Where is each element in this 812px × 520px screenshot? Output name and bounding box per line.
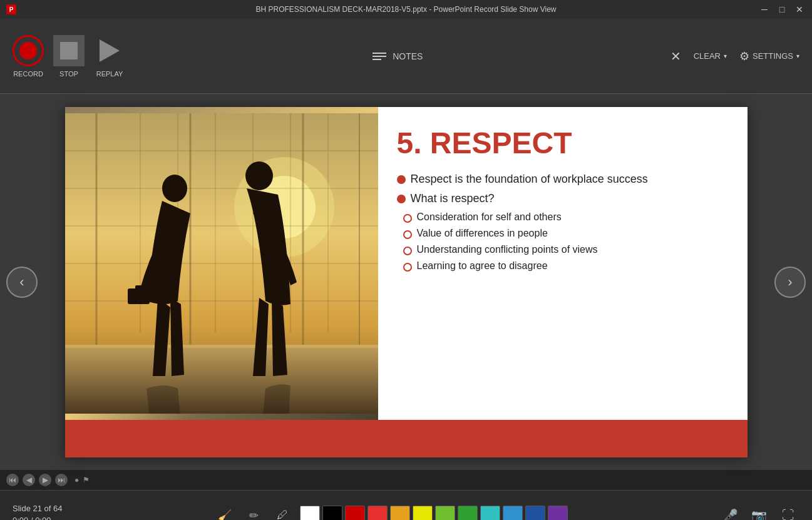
slide-info: Slide 21 of 64 0:00 / 0:00 (13, 504, 63, 521)
sub-bullet-3: Understanding conflicting points of view… (403, 244, 729, 255)
drawing-tools: 🧹 ✏ 🖊 (213, 504, 568, 521)
slide-flag: ⚑ (83, 476, 90, 484)
clear-label: CLEAR (694, 51, 721, 61)
slide: 5. RESPECT Respect is the foundation of … (65, 107, 748, 457)
gear-icon: ⚙ (739, 49, 749, 63)
replay-label: REPLAY (96, 70, 123, 78)
clear-dropdown-icon: ▾ (724, 53, 727, 59)
prev-slide-button[interactable]: ‹ (6, 267, 38, 298)
color-black[interactable] (322, 506, 342, 521)
color-purple[interactable] (548, 506, 568, 521)
slide-count: Slide 21 of 64 (13, 504, 63, 513)
sub-bullet-4: Learning to agree to disagree (403, 260, 729, 272)
color-green[interactable] (458, 506, 478, 521)
slide-photo (65, 107, 378, 420)
clear-x-icon[interactable]: ✕ (671, 49, 681, 64)
eraser-button[interactable]: 🧹 (213, 504, 236, 521)
color-yellow[interactable] (413, 506, 433, 521)
slide-title: 5. RESPECT (397, 126, 729, 160)
color-orange[interactable] (390, 506, 410, 521)
svg-rect-22 (135, 285, 143, 290)
stop-label: STOP (59, 70, 78, 78)
fullscreen-button[interactable]: ⛶ (777, 504, 799, 521)
notes-line-1 (373, 53, 386, 54)
bullet-2-text: What is respect? (411, 192, 495, 205)
record-button[interactable]: RECORD (13, 35, 44, 78)
first-slide-button[interactable]: ⏮ (6, 474, 19, 486)
notes-button[interactable]: NOTES (373, 51, 423, 61)
color-light-green[interactable] (435, 506, 455, 521)
prev-frame-button[interactable]: ◀ (23, 474, 35, 486)
svg-rect-15 (65, 345, 378, 348)
color-light-blue[interactable] (503, 506, 523, 521)
slide-image-area (65, 107, 378, 420)
color-blue[interactable] (525, 506, 545, 521)
notes-icon (373, 53, 386, 60)
cityscape-svg (65, 113, 378, 414)
bullet-2: What is respect? (397, 192, 729, 205)
play-triangle-icon (100, 39, 120, 62)
color-red[interactable] (367, 506, 388, 521)
pen-button[interactable]: ✏ (242, 504, 265, 521)
sub-bullet-1: Consideration for self and others (403, 212, 729, 223)
color-white[interactable] (300, 506, 320, 521)
sub-2-text: Value of differences in people (417, 228, 548, 239)
slide-footer (65, 420, 748, 457)
sub-bullet-2: Value of differences in people (403, 228, 729, 239)
color-dark-red[interactable] (345, 506, 365, 521)
sub-dot-3 (403, 247, 412, 255)
close-button[interactable]: ✕ (793, 3, 806, 16)
color-palette (300, 506, 568, 521)
window-title: BH PROFESSIONALISM DECK-MAR2018-V5.pptx … (256, 5, 557, 14)
sub-dot-1 (403, 214, 412, 223)
media-controls: 🎤 📷 ⛶ (719, 504, 799, 521)
sub-dot-4 (403, 263, 412, 272)
bullet-dot-2 (397, 195, 406, 203)
slide-text-area: 5. RESPECT Respect is the foundation of … (378, 107, 748, 420)
record-circle-icon (13, 35, 44, 66)
bullet-dot-1 (397, 175, 406, 184)
svg-rect-21 (128, 288, 150, 304)
microphone-button[interactable]: 🎤 (719, 504, 742, 521)
svg-point-23 (245, 161, 273, 190)
notes-line-2 (373, 56, 386, 57)
settings-label: SETTINGS (753, 51, 793, 61)
svg-rect-14 (65, 345, 378, 414)
last-slide-button[interactable]: ⏭ (55, 474, 68, 486)
title-bar: P BH PROFESSIONALISM DECK-MAR2018-V5.ppt… (0, 0, 812, 19)
settings-dropdown-icon: ▾ (796, 53, 799, 59)
record-dot-icon (19, 42, 37, 59)
window-controls: ─ □ ✕ (758, 3, 806, 16)
minimize-button[interactable]: ─ (758, 3, 771, 16)
bottom-toolbar: Slide 21 of 64 0:00 / 0:00 🧹 ✏ 🖊 🎤 📷 ⛶ (0, 490, 812, 520)
slide-container: 5. RESPECT Respect is the foundation of … (0, 94, 812, 470)
toolbar-center: NOTES (125, 51, 671, 61)
replay-button[interactable]: REPLAY (94, 35, 125, 78)
next-frame-button[interactable]: ▶ (39, 474, 51, 486)
sub-4-text: Learning to agree to disagree (417, 260, 548, 272)
stop-inner-icon (60, 42, 78, 59)
sub-bullets: Consideration for self and others Value … (403, 212, 729, 272)
slide-nav-bar: ⏮ ◀ ▶ ⏭ ● ⚑ (0, 470, 812, 490)
notes-line-3 (373, 59, 381, 60)
highlighter-button[interactable]: 🖊 (271, 504, 294, 521)
camera-button[interactable]: 📷 (748, 504, 771, 521)
stop-icon (53, 35, 85, 66)
toolbar-right: ✕ CLEAR ▾ ⚙ SETTINGS ▾ (671, 49, 799, 64)
next-slide-button[interactable]: › (774, 267, 806, 298)
svg-point-20 (162, 175, 187, 202)
recording-toolbar: RECORD STOP REPLAY NOTES ✕ CLEA (0, 19, 812, 94)
replay-icon (94, 35, 125, 66)
bullet-1: Respect is the foundation of workplace s… (397, 173, 729, 186)
maximize-button[interactable]: □ (776, 3, 788, 16)
record-label: RECORD (13, 70, 43, 78)
slide-progress: ● (75, 476, 79, 484)
slide-timer: 0:00 / 0:00 (13, 516, 63, 521)
color-teal[interactable] (480, 506, 500, 521)
sub-dot-2 (403, 230, 412, 239)
bullet-1-text: Respect is the foundation of workplace s… (411, 173, 648, 186)
stop-button[interactable]: STOP (53, 35, 85, 78)
settings-button[interactable]: ⚙ SETTINGS ▾ (739, 49, 799, 63)
clear-button[interactable]: CLEAR ▾ (694, 51, 727, 61)
sub-1-text: Consideration for self and others (417, 212, 562, 223)
